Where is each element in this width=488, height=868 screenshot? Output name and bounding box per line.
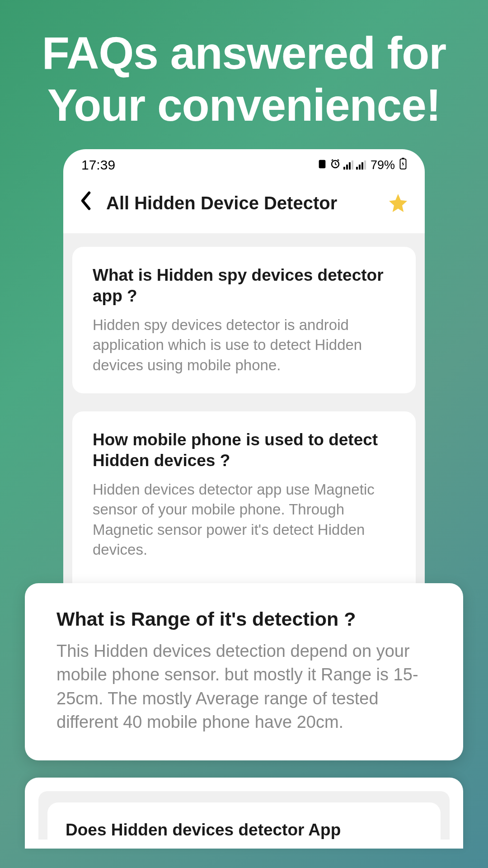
notification-icon	[317, 158, 327, 172]
svg-rect-3	[402, 158, 404, 159]
status-time: 17:39	[81, 157, 115, 173]
phone-frame: 17:39	[63, 149, 425, 614]
faq-question: Does Hidden devices detector App	[66, 821, 422, 840]
status-right: 79%	[317, 158, 407, 173]
faq-question: What is Range of it's detection ?	[56, 608, 432, 630]
bottom-peek-frame: Does Hidden devices detector App	[25, 778, 463, 849]
faq-answer: This Hidden devices detection depend on …	[56, 639, 432, 734]
faq-card[interactable]: How mobile phone is used to detect Hidde…	[72, 411, 416, 596]
battery-icon	[399, 158, 407, 173]
faq-content-area[interactable]: What is Hidden spy devices detector app …	[63, 233, 425, 596]
app-header: All Hidden Device Detector	[63, 177, 425, 233]
svg-rect-0	[319, 160, 326, 168]
faq-question: What is Hidden spy devices detector app …	[93, 265, 395, 307]
faq-answer: Hidden spy devices detector is android a…	[93, 315, 395, 376]
back-button[interactable]	[79, 191, 93, 215]
faq-card[interactable]: Does Hidden devices detector App	[47, 802, 441, 840]
faq-card-highlighted[interactable]: What is Range of it's detection ? This H…	[25, 583, 463, 760]
signal-icon-2	[356, 160, 366, 170]
peek-inner: Does Hidden devices detector App	[38, 791, 450, 840]
status-icons	[317, 158, 366, 172]
hero-title: FAQs answered for Your convenience!	[0, 0, 488, 149]
page-title: All Hidden Device Detector	[106, 193, 374, 213]
faq-answer: Hidden devices detector app use Magnetic…	[93, 480, 395, 560]
star-button[interactable]	[387, 192, 409, 214]
faq-card[interactable]: What is Hidden spy devices detector app …	[72, 247, 416, 393]
status-bar: 17:39	[63, 149, 425, 177]
battery-text: 79%	[371, 158, 395, 172]
signal-icon-1	[343, 160, 353, 170]
alarm-icon	[330, 158, 341, 172]
faq-question: How mobile phone is used to detect Hidde…	[93, 429, 395, 472]
